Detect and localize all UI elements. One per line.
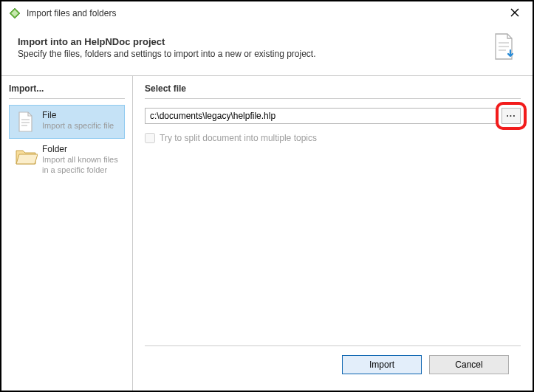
browse-button[interactable]: ···: [502, 108, 521, 124]
import-dialog: Import files and folders Import into an …: [0, 0, 534, 392]
file-path-input[interactable]: [145, 108, 497, 124]
header-subtitle: Specify the files, folders and settings …: [18, 49, 493, 59]
footer: Import Cancel: [145, 345, 521, 383]
header-title: Import into an HelpNDoc project: [18, 36, 493, 47]
path-row: ···: [145, 108, 521, 124]
sidebar: Import... File Import a specific file: [1, 76, 133, 391]
sidebar-item-file[interactable]: File Import a specific file: [9, 105, 125, 139]
file-icon: [14, 110, 38, 134]
titlebar: Import files and folders: [1, 1, 533, 25]
document-import-icon: [493, 32, 516, 62]
folder-icon: [14, 144, 38, 168]
sidebar-header: Import...: [9, 83, 125, 99]
header: Import into an HelpNDoc project Specify …: [1, 25, 533, 75]
split-checkbox[interactable]: [145, 133, 155, 143]
split-option-row[interactable]: Try to split document into multiple topi…: [145, 133, 521, 143]
sidebar-item-folder[interactable]: Folder Import all known files in a speci…: [9, 139, 125, 181]
import-button[interactable]: Import: [342, 355, 422, 374]
window-title: Import files and folders: [27, 8, 504, 18]
sidebar-item-label: Folder: [42, 144, 120, 155]
main-panel: Select file ··· Try to split document in…: [133, 76, 533, 391]
split-label: Try to split document into multiple topi…: [160, 133, 317, 143]
app-icon: [9, 7, 21, 19]
sidebar-item-label: File: [42, 110, 114, 121]
close-button[interactable]: [504, 8, 525, 19]
main-header: Select file: [145, 83, 521, 99]
ellipsis-icon: ···: [506, 111, 516, 121]
sidebar-item-sublabel: Import all known files in a specific fol…: [42, 155, 120, 176]
sidebar-item-sublabel: Import a specific file: [42, 121, 114, 131]
cancel-button[interactable]: Cancel: [429, 355, 509, 374]
